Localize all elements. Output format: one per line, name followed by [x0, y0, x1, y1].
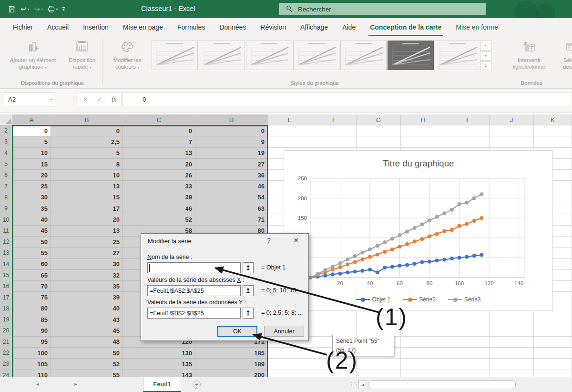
cell-A17[interactable]: 75 — [12, 292, 51, 303]
chart-style-thumbnail-6[interactable] — [388, 41, 434, 70]
chart-style-thumbnail-4[interactable] — [293, 41, 339, 70]
cell-A18[interactable]: 80 — [12, 303, 51, 314]
row-header-11[interactable]: 11 — [0, 226, 12, 237]
cell-B11[interactable]: 13 — [51, 226, 123, 237]
cell-E23[interactable] — [268, 359, 312, 370]
data-point[interactable] — [331, 265, 335, 269]
data-point[interactable] — [383, 266, 387, 269]
row-header-22[interactable]: 22 — [0, 348, 12, 359]
cell-H20[interactable] — [401, 325, 445, 336]
data-point[interactable] — [442, 211, 446, 215]
cell-J3[interactable] — [490, 136, 534, 147]
tab-fichier[interactable]: Fichier — [6, 18, 40, 36]
data-point[interactable] — [450, 208, 454, 212]
data-point[interactable] — [398, 245, 402, 248]
row-header-16[interactable]: 16 — [0, 281, 12, 292]
data-point[interactable] — [435, 215, 439, 219]
chart-style-thumbnail-2[interactable] — [199, 41, 245, 70]
data-point[interactable] — [390, 248, 394, 251]
row-header-20[interactable]: 20 — [0, 325, 12, 336]
cell-K21[interactable] — [534, 337, 572, 348]
legend-item-s-rie3[interactable]: Série3 — [448, 296, 481, 303]
column-header-B[interactable]: B — [51, 114, 123, 125]
select-all-corner[interactable] — [0, 114, 12, 125]
cell-B19[interactable]: 43 — [51, 314, 123, 325]
cell-E3[interactable] — [268, 136, 312, 147]
data-point[interactable] — [383, 240, 387, 244]
data-point[interactable] — [405, 263, 409, 267]
column-header-G[interactable]: G — [357, 114, 401, 125]
cell-D5[interactable]: 27 — [195, 159, 268, 170]
data-point[interactable] — [435, 232, 439, 236]
hscroll-thumb[interactable] — [368, 380, 516, 389]
data-point[interactable] — [420, 223, 424, 227]
data-point[interactable] — [472, 254, 476, 258]
undo-button[interactable]: ↩▾ — [20, 5, 30, 13]
data-point[interactable] — [368, 268, 372, 271]
cell-I21[interactable] — [445, 337, 490, 348]
cell-J2[interactable] — [490, 125, 534, 136]
cell-F3[interactable] — [312, 136, 357, 147]
row-header-9[interactable]: 9 — [0, 203, 12, 214]
add-chart-element-button[interactable]: Ajouter un élément graphique ▾ — [4, 40, 62, 71]
cell-G19[interactable] — [357, 314, 401, 325]
data-point[interactable] — [465, 255, 469, 259]
print-button[interactable]: ▾ — [48, 6, 58, 12]
row-header-10[interactable]: 10 — [0, 214, 12, 225]
gallery-scroll-down-button[interactable]: ▾ — [480, 51, 491, 61]
data-point[interactable] — [376, 270, 379, 274]
cell-I22[interactable] — [445, 348, 490, 359]
data-point[interactable] — [376, 253, 379, 257]
data-point[interactable] — [420, 237, 424, 241]
range-picker-button[interactable]: ↥ — [243, 262, 254, 273]
cell-A14[interactable]: 60 — [12, 259, 51, 270]
ok-button[interactable]: OK — [217, 326, 257, 337]
cell-B10[interactable]: 20 — [51, 214, 123, 225]
row-header-7[interactable]: 7 — [0, 181, 12, 192]
cell-A16[interactable]: 70 — [12, 281, 51, 292]
cell-C8[interactable]: 39 — [123, 192, 195, 203]
tab-insertion[interactable]: Insertion — [76, 18, 116, 36]
data-point[interactable] — [480, 192, 483, 196]
cell-E22[interactable] — [268, 348, 312, 359]
legend-item-objet-1[interactable]: Objet 1 — [356, 296, 390, 303]
tab-formules[interactable]: Formules — [170, 18, 212, 36]
data-point[interactable] — [346, 270, 349, 274]
data-point[interactable] — [308, 276, 312, 279]
cell-K24[interactable] — [534, 370, 572, 377]
tab-accueil[interactable]: Accueil — [40, 18, 76, 36]
tab-aide[interactable]: Aide — [335, 18, 363, 36]
data-point[interactable] — [353, 260, 357, 264]
cell-B21[interactable]: 48 — [51, 337, 123, 348]
cell-B13[interactable]: 27 — [51, 248, 123, 258]
data-point[interactable] — [458, 202, 461, 206]
cell-B18[interactable]: 40 — [51, 303, 123, 314]
data-point[interactable] — [398, 264, 402, 268]
tab-r-vision[interactable]: Révision — [253, 18, 293, 36]
row-header-23[interactable]: 23 — [0, 359, 12, 370]
cell-A24[interactable]: 110 — [12, 370, 51, 377]
data-point[interactable] — [420, 260, 424, 264]
cell-J23[interactable] — [490, 359, 534, 370]
cell-C23[interactable]: 135 — [123, 359, 195, 370]
cell-H24[interactable] — [401, 370, 445, 377]
help-icon[interactable]: ? — [263, 237, 275, 244]
chart-style-thumbnail-3[interactable] — [246, 41, 292, 70]
cell-I19[interactable] — [445, 314, 490, 325]
name-box[interactable]: A2 ▾ — [4, 93, 55, 106]
cell-D8[interactable]: 54 — [195, 192, 268, 203]
switch-row-column-button[interactable]: Intervertir ligne/colonne — [503, 40, 555, 71]
hscroll-left-icon[interactable]: ◂ — [358, 380, 367, 389]
formula-input[interactable]: 0 — [122, 93, 572, 106]
data-point[interactable] — [331, 272, 335, 276]
cell-H2[interactable] — [401, 125, 445, 136]
cancel-button[interactable]: Annuler — [264, 326, 304, 337]
scrollbar-splitter[interactable]: ⋮⋮ — [349, 381, 358, 387]
data-point[interactable] — [413, 262, 417, 266]
row-header-6[interactable]: 6 — [0, 170, 12, 181]
data-point[interactable] — [353, 254, 357, 258]
cell-C4[interactable]: 13 — [123, 148, 195, 159]
row-header-8[interactable]: 8 — [0, 192, 12, 203]
column-header-J[interactable]: J — [490, 114, 534, 125]
data-point[interactable] — [442, 229, 446, 233]
